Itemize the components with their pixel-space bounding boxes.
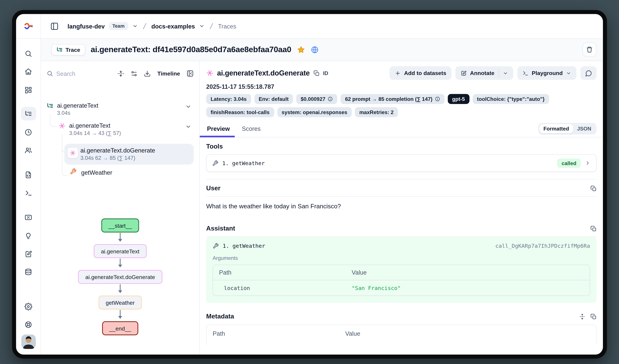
- annotate-button[interactable]: Annotate: [456, 66, 513, 80]
- tab-preview[interactable]: Preview: [206, 125, 231, 137]
- graph-node-end[interactable]: __end__: [102, 321, 138, 335]
- model-badge[interactable]: gpt-5: [448, 94, 469, 104]
- trace-title: ai.generateText: df41e597d0a85e0d7a6ae8e…: [91, 45, 291, 54]
- bookmark-star-icon[interactable]: [297, 46, 305, 54]
- graph-node-dogenerate[interactable]: ai.generateText.doGenerate: [78, 270, 162, 284]
- finishreason-badge: finishReason: tool-calls: [206, 107, 274, 117]
- org-plan-badge: Team: [109, 22, 128, 30]
- assistant-section-header: Assistant: [206, 216, 596, 237]
- chevron-down-icon[interactable]: [185, 104, 191, 110]
- graph-node-generatetext[interactable]: ai.generateText: [94, 244, 147, 258]
- sidebar-item-tracing[interactable]: [21, 107, 36, 121]
- sidebar-item-prompts[interactable]: [21, 168, 36, 181]
- tree-search-input[interactable]: [56, 70, 92, 77]
- collapse-all-icon[interactable]: [117, 70, 124, 77]
- metadata-path-header: Path: [213, 330, 345, 337]
- chevron-down-icon[interactable]: [503, 70, 508, 76]
- terminal-icon: [522, 70, 529, 76]
- copy-icon[interactable]: [591, 225, 596, 231]
- observation-body: Tools 1. getWeather called User: [200, 137, 603, 355]
- add-to-datasets-label: Add to datasets: [404, 70, 446, 76]
- sidebar-item-datasets[interactable]: [21, 265, 36, 279]
- sidebar-item-search[interactable]: [21, 47, 36, 60]
- tool-call-name: 1. getWeather: [223, 243, 265, 249]
- download-icon[interactable]: [144, 70, 151, 77]
- chevron-down-icon[interactable]: [185, 124, 191, 130]
- sidebar-item-playground[interactable]: [21, 186, 36, 200]
- tree-node-meta: 3.04s 14 → 43 (∑ 57): [69, 130, 194, 136]
- copy-icon[interactable]: [313, 70, 319, 76]
- toolchoice-badge: toolChoice: {"type":"auto"}: [472, 94, 549, 104]
- copy-icon[interactable]: [591, 185, 596, 191]
- terminal-icon: [25, 189, 32, 197]
- graph-node-start[interactable]: __start__: [101, 218, 139, 232]
- sidebar-item-annotation[interactable]: [21, 247, 36, 260]
- toggle-formatted[interactable]: Formatted: [539, 124, 573, 133]
- delete-trace-button[interactable]: [582, 42, 596, 57]
- trace-tree-panel: Timeline ai.generateText 3.04s: [41, 61, 200, 355]
- tool-definition-row[interactable]: 1. getWeather called: [206, 154, 596, 172]
- preview-tabs: Preview Scores Formatted JSON: [200, 121, 603, 137]
- sidebar-item-users[interactable]: [21, 143, 36, 157]
- comments-button[interactable]: [580, 66, 596, 80]
- playground-button[interactable]: Playground: [517, 66, 577, 80]
- langfuse-logo[interactable]: [16, 14, 41, 39]
- sidebar-toggle-icon[interactable]: [48, 20, 60, 32]
- tree-node-dogenerate-selected[interactable]: ai.generateText.doGenerate 3.04s 62 → 85…: [64, 144, 194, 165]
- user-avatar[interactable]: [21, 335, 36, 349]
- id-toggle[interactable]: ID: [323, 70, 328, 76]
- arguments-label: Arguments: [213, 255, 590, 261]
- arg-path: location: [219, 285, 352, 291]
- tab-scores[interactable]: Scores: [241, 125, 261, 137]
- wrench-icon: [213, 243, 219, 249]
- tokens-badge[interactable]: 62 prompt → 85 completion (∑ 147): [341, 94, 444, 104]
- sidebar-item-evaluators[interactable]: [21, 211, 36, 224]
- breadcrumb-section[interactable]: Traces: [218, 23, 236, 29]
- metadata-section-header: Metadata: [206, 313, 596, 320]
- trace-type-label: Trace: [66, 46, 80, 53]
- sidebar-item-settings[interactable]: [21, 300, 36, 313]
- sidebar-item-judge[interactable]: [21, 229, 36, 243]
- org-chevron-down-icon[interactable]: [132, 23, 138, 29]
- sidebar-item-sessions[interactable]: [21, 125, 36, 139]
- breadcrumb-org[interactable]: langfuse-dev: [68, 23, 105, 29]
- graph-edge: [120, 284, 121, 292]
- public-globe-icon[interactable]: [310, 46, 318, 54]
- project-chevron-down-icon[interactable]: [199, 23, 205, 29]
- timeline-toggle[interactable]: Timeline: [157, 70, 180, 77]
- graph-node-getweather[interactable]: getWeather: [98, 296, 142, 310]
- clock-icon: [25, 128, 32, 136]
- trace-header: Trace ai.generateText: df41e597d0a85e0d7…: [41, 39, 603, 61]
- sidebar-item-dashboards[interactable]: [21, 83, 36, 97]
- metadata-table: Path Value: [206, 324, 596, 345]
- observation-badges: Latency: 3.04s Env: default $0.000927 62…: [206, 94, 596, 117]
- expand-vertical-icon[interactable]: [579, 313, 585, 319]
- assistant-tool-call: 1. getWeather call_DgKARp7a7IhJPDczfifMp…: [206, 237, 596, 303]
- copy-icon[interactable]: [591, 313, 596, 319]
- screenshot-stage: langfuse-dev Team / docs-examples / Trac…: [0, 0, 619, 364]
- button-separator: [498, 69, 499, 78]
- args-path-header: Path: [219, 269, 352, 276]
- chevron-right-icon[interactable]: [585, 160, 591, 166]
- dashboard-grid-icon: [25, 86, 32, 94]
- user-section-header: User: [206, 179, 596, 197]
- tree-node-trace[interactable]: ai.generateText 3.04s: [47, 102, 194, 122]
- breadcrumb-project[interactable]: docs-examples: [151, 23, 195, 29]
- maxretries-badge: maxRetries: 2: [355, 107, 398, 117]
- display-settings-icon[interactable]: [131, 70, 138, 77]
- sidebar-item-support[interactable]: [21, 318, 36, 331]
- tree-search[interactable]: [47, 70, 111, 77]
- info-icon: [328, 96, 333, 102]
- tree-node-generation[interactable]: ai.generateText 3.04s 14 → 43 (∑ 57): [47, 122, 194, 142]
- add-to-datasets-button[interactable]: Add to datasets: [390, 66, 451, 80]
- sidebar-item-home[interactable]: [21, 65, 36, 78]
- collapse-panel-icon[interactable]: [186, 70, 194, 77]
- database-icon: [25, 268, 32, 276]
- trace-tree-icon: [56, 46, 63, 53]
- toggle-json[interactable]: JSON: [573, 124, 595, 133]
- plus-icon: [395, 70, 401, 76]
- search-icon: [25, 50, 32, 57]
- cost-badge[interactable]: $0.000927: [296, 94, 337, 104]
- tree-node-tool[interactable]: getWeather: [47, 166, 194, 178]
- view-toggle: Formatted JSON: [538, 123, 597, 135]
